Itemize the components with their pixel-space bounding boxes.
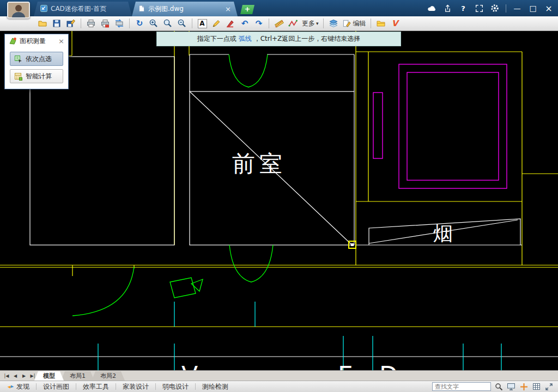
- expand-icon[interactable]: [544, 382, 554, 391]
- discover-label: 发现: [16, 382, 29, 391]
- redo-button[interactable]: ↷: [252, 17, 265, 30]
- status-divider: [36, 383, 37, 390]
- search-icon[interactable]: [494, 382, 504, 391]
- prompt-text-after: ，Ctrl+Z返回上一步，右键结束选择: [254, 34, 361, 44]
- arc-link[interactable]: 弧线: [239, 34, 252, 44]
- undo-button[interactable]: ↶: [238, 17, 251, 30]
- low-voltage-item[interactable]: 弱电设计: [160, 382, 191, 391]
- grid-icon[interactable]: [531, 382, 541, 391]
- zoom-in-button[interactable]: [161, 17, 174, 30]
- prompt-text-before: 指定下一点或: [197, 34, 236, 44]
- home-design-item[interactable]: 家装设计: [120, 382, 151, 391]
- measure-length-button[interactable]: [272, 17, 286, 30]
- share-icon[interactable]: [442, 3, 452, 13]
- more-label: 更多: [302, 19, 315, 28]
- home-design-label: 家装设计: [123, 382, 149, 391]
- text-tool-icon: A: [198, 19, 207, 28]
- magenta-block-lines: [373, 64, 507, 188]
- design-draw-item[interactable]: 设计画图: [40, 382, 72, 391]
- v-tool-button[interactable]: V: [389, 17, 402, 30]
- toolbar-divider: [269, 19, 269, 28]
- close-button[interactable]: ×: [544, 3, 554, 13]
- minimize-button[interactable]: —: [512, 3, 522, 13]
- window-controls: ? — □ ×: [427, 0, 554, 16]
- main-toolbar: ↻ A ↶ ↷ 更多 ▾ 编辑 V: [0, 16, 558, 31]
- user-avatar[interactable]: [7, 2, 30, 19]
- fullscreen-icon[interactable]: [474, 3, 484, 13]
- clipped-letter-e: E: [338, 362, 353, 370]
- duct-label: 烟: [433, 222, 453, 244]
- smart-calc-button[interactable]: 智能计算: [10, 69, 63, 83]
- command-prompt-bar: 指定下一点或 弧线 ，Ctrl+Z返回上一步，右键结束选择: [156, 32, 401, 46]
- sheet-tab-layout1-label: 布局1: [70, 372, 86, 380]
- sheet-tab-model-label: 模型: [43, 372, 55, 380]
- prev-sheet-button[interactable]: ◀: [11, 371, 20, 381]
- more-button[interactable]: 更多 ▾: [301, 17, 320, 30]
- clipped-letter-d: D: [379, 362, 398, 370]
- pick-points-button[interactable]: 依次点选: [10, 52, 63, 66]
- status-bar: 发现 设计画图 效率工具 家装设计 弱电设计 测绘检测: [0, 381, 558, 392]
- window-controls-divider: [506, 4, 506, 13]
- status-divider: [76, 383, 76, 390]
- toolbar-divider: [192, 19, 192, 28]
- drawing-canvas[interactable]: 前室 烟 V E D: [0, 31, 558, 370]
- toolbar-divider: [81, 19, 81, 28]
- settings-gear-icon[interactable]: [490, 3, 500, 13]
- cad-drawing: 前室 烟 V E D: [0, 31, 558, 370]
- tab-close-icon[interactable]: ×: [225, 5, 231, 13]
- measure-continuous-button[interactable]: [287, 17, 300, 30]
- maximize-button[interactable]: □: [528, 3, 538, 13]
- next-sheet-button[interactable]: ▶: [20, 371, 28, 381]
- sheet-tab-layout1[interactable]: 布局1: [61, 371, 94, 381]
- open-button[interactable]: [36, 17, 49, 30]
- design-draw-label: 设计画图: [43, 382, 69, 391]
- zoom-window-button[interactable]: [147, 17, 160, 30]
- efficiency-tools-item[interactable]: 效率工具: [80, 382, 112, 391]
- toolbar-divider: [371, 19, 371, 28]
- clipped-letter-v: V: [181, 362, 198, 370]
- print-button[interactable]: [84, 17, 98, 30]
- cloud-icon[interactable]: [427, 3, 436, 13]
- edit-button[interactable]: 编辑: [341, 17, 367, 30]
- tab-drawing-label: 示例图.dwg: [148, 4, 184, 14]
- favorites-folder-button[interactable]: [374, 17, 387, 30]
- cyan-axis-lines: [98, 302, 501, 370]
- save-as-button[interactable]: [64, 17, 77, 30]
- green-door-arcs: [72, 54, 273, 316]
- chevron-down-icon: ▾: [316, 21, 319, 26]
- marker-tool-button[interactable]: [224, 17, 237, 30]
- help-icon[interactable]: ?: [458, 3, 468, 13]
- pencil-tool-button[interactable]: [210, 17, 223, 30]
- display-mode-icon[interactable]: [506, 382, 516, 391]
- sheet-tab-model[interactable]: 模型: [34, 371, 64, 381]
- tab-drawing[interactable]: 示例图.dwg ×: [132, 2, 238, 16]
- tab-home[interactable]: CAD迷你看图-首页: [34, 2, 132, 16]
- panel-header: 面积测量 ×: [5, 34, 68, 47]
- area-measure-panel: 面积测量 × 依次点选 智能计算: [4, 34, 69, 89]
- layers-button[interactable]: [327, 17, 340, 30]
- sheet-tab-layout2[interactable]: 布局2: [92, 371, 125, 381]
- crosshair-icon[interactable]: [519, 382, 529, 391]
- discover-icon: [7, 383, 14, 390]
- discover-item[interactable]: 发现: [4, 382, 32, 391]
- find-text-input[interactable]: [432, 382, 491, 391]
- document-tabs: CAD迷你看图-首页 示例图.dwg × +: [34, 2, 254, 16]
- text-search-area: [432, 382, 554, 391]
- pick-points-icon: [14, 55, 22, 63]
- status-divider: [195, 383, 196, 390]
- print-pdf-button[interactable]: [99, 17, 112, 30]
- rotate-button[interactable]: ↻: [133, 17, 146, 30]
- yellow-wall-lines: [0, 31, 558, 327]
- new-tab-button[interactable]: +: [240, 5, 254, 14]
- panel-close-icon[interactable]: ×: [58, 37, 64, 45]
- batch-convert-button[interactable]: [113, 17, 126, 30]
- zoom-out-button[interactable]: [175, 17, 189, 30]
- save-button[interactable]: [50, 17, 63, 30]
- edit-pencil-icon: [342, 19, 351, 28]
- text-tool-button[interactable]: A: [196, 17, 209, 30]
- area-measure-icon: [9, 37, 17, 45]
- sheet-tab-bar: |◀ ◀ ▶ ▶| 模型 布局1 布局2: [0, 370, 558, 381]
- toolbar-divider: [129, 19, 130, 28]
- survey-check-item[interactable]: 测绘检测: [199, 382, 231, 391]
- first-sheet-button[interactable]: |◀: [2, 371, 11, 381]
